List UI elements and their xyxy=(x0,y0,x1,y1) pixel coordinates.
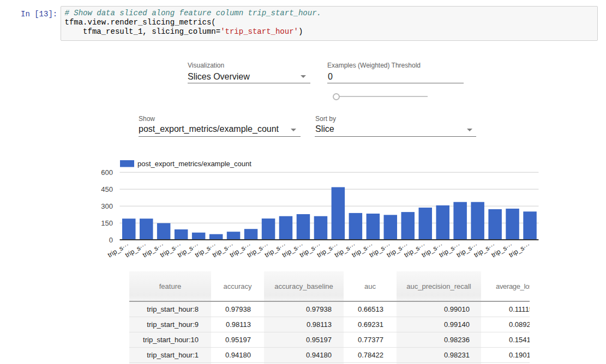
svg-text:0: 0 xyxy=(109,236,113,244)
svg-text:300: 300 xyxy=(101,202,113,210)
svg-text:post_export_metrics/example_co: post_export_metrics/example_count xyxy=(137,160,251,168)
svg-text:450: 450 xyxy=(101,185,113,193)
svg-text:150: 150 xyxy=(101,219,113,227)
svg-text:600: 600 xyxy=(101,168,113,177)
